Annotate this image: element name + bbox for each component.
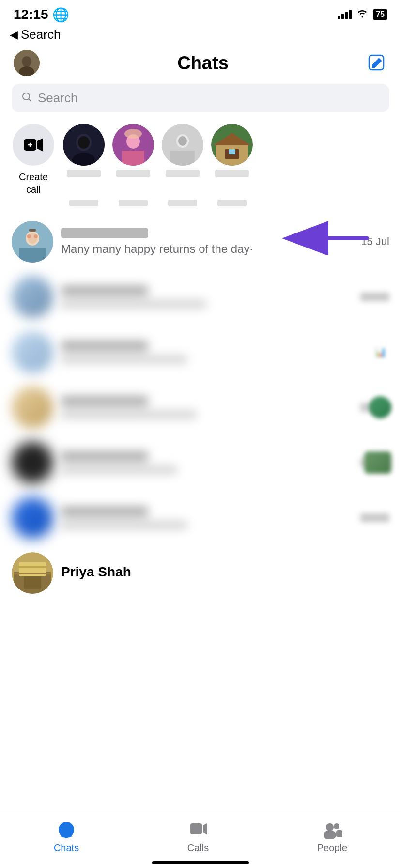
svg-rect-25 (229, 149, 235, 154)
chat-item-blurred-2[interactable]: 📊 (0, 325, 401, 380)
status-right: 75 (338, 9, 387, 21)
svg-rect-39 (16, 566, 48, 568)
chat-list: Many many happy returns of the day· 15 J… (0, 206, 401, 698)
home-indicator (152, 861, 249, 864)
chats-tab-icon (55, 821, 78, 839)
story-item-2[interactable] (112, 124, 154, 177)
search-placeholder: Search (38, 91, 77, 106)
chat-item-blurred-3[interactable] (0, 380, 401, 435)
status-bar: 12:15 🌐 75 (0, 0, 401, 25)
svg-point-19 (178, 136, 187, 146)
battery-indicator: 75 (373, 9, 387, 20)
story-item-3[interactable] (162, 124, 203, 177)
svg-point-42 (60, 824, 73, 835)
svg-rect-29 (19, 248, 46, 263)
story-item-1[interactable] (63, 124, 105, 177)
stories-row: Createcall (0, 120, 401, 196)
story-names-row (0, 196, 401, 206)
back-arrow-icon: ◀ (10, 29, 18, 41)
tab-people[interactable]: People (317, 821, 347, 853)
chat-content-priya: Priya Shah (61, 564, 389, 582)
globe-icon: 🌐 (52, 7, 69, 23)
read-receipt-icon: 📊 (374, 346, 386, 358)
svg-rect-43 (190, 823, 202, 834)
search-bar-container: Search (0, 84, 401, 120)
people-tab-icon (321, 821, 344, 839)
svg-point-31 (34, 234, 38, 238)
svg-point-11 (78, 136, 90, 149)
svg-rect-16 (124, 129, 142, 139)
svg-marker-6 (37, 138, 43, 152)
chat-item-blurred-5[interactable] (0, 490, 401, 545)
svg-point-45 (326, 823, 334, 831)
calls-tab-icon (186, 821, 210, 839)
chat-item-blurred-4[interactable] (0, 435, 401, 490)
back-nav[interactable]: ◀ Search (0, 25, 401, 46)
search-bar[interactable]: Search (12, 84, 389, 112)
chat-item-priya[interactable]: Priya Shah (0, 545, 401, 691)
svg-marker-44 (203, 823, 207, 834)
svg-point-47 (334, 823, 339, 829)
search-icon (21, 92, 32, 105)
page-title: Chats (177, 53, 229, 74)
tab-chats[interactable]: Chats (54, 821, 79, 853)
chat-avatar-priya (12, 552, 53, 594)
arrow-annotation (265, 221, 372, 255)
svg-rect-15 (122, 151, 144, 166)
compose-button[interactable] (366, 52, 387, 74)
chat-item-blurred-1[interactable] (0, 269, 401, 325)
svg-point-46 (324, 830, 336, 839)
wifi-icon (356, 9, 368, 21)
story-item-4[interactable] (211, 124, 253, 177)
svg-rect-38 (24, 576, 41, 589)
svg-rect-20 (170, 151, 195, 166)
tab-chats-label: Chats (54, 842, 79, 853)
tab-bar: Chats Calls People (0, 813, 401, 868)
create-call-button[interactable]: Createcall (12, 124, 55, 196)
back-label: Search (21, 27, 61, 42)
tab-calls[interactable]: Calls (186, 821, 210, 853)
tab-people-label: People (317, 842, 347, 853)
chats-header: Chats (0, 46, 401, 84)
status-time: 12:15 🌐 (14, 7, 69, 23)
tab-calls-label: Calls (187, 842, 209, 853)
create-call-label: Createcall (19, 170, 48, 196)
chat-item-first[interactable]: Many many happy returns of the day· 15 J… (0, 214, 401, 269)
user-avatar[interactable] (14, 50, 40, 76)
svg-point-1 (22, 56, 31, 67)
svg-point-30 (27, 234, 31, 238)
chat-avatar-first (12, 221, 53, 263)
svg-rect-32 (29, 229, 36, 232)
svg-point-48 (336, 830, 342, 837)
signal-bars (338, 10, 352, 19)
chat-name-priya: Priya Shah (61, 564, 389, 580)
